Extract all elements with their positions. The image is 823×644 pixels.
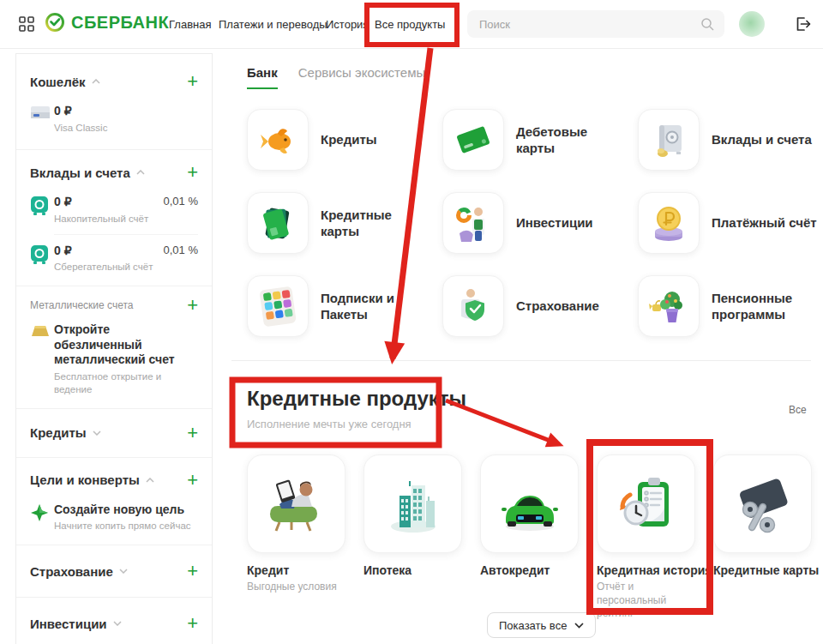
tab-bank[interactable]: Банк <box>247 65 278 89</box>
add-goal-button[interactable]: + <box>187 472 198 489</box>
sidebar-section-goals: Цели и конверты + Создайте новую цель На… <box>16 458 212 545</box>
debit-card-icon <box>453 119 494 160</box>
section-divider <box>231 360 811 361</box>
product-credit-cards[interactable]: Кредитные карты <box>247 192 442 254</box>
card-credit[interactable]: Кредит Выгодные условия <box>247 454 345 621</box>
metal-account-promo[interactable]: Откройте обезличенный металлический счет… <box>30 322 198 395</box>
nav-home[interactable]: Главная <box>169 18 211 31</box>
chevron-up-icon[interactable] <box>136 170 145 175</box>
sidebar-section-deposits: Вклады и счета + 0 ₽ Накопительный счёт … <box>16 150 212 286</box>
building-icon <box>379 470 448 539</box>
product-insurance[interactable]: Страхование <box>442 275 638 337</box>
chevron-down-icon <box>574 623 584 629</box>
product-payment-account[interactable]: Платёжный счёт <box>638 192 823 254</box>
accounts-sidebar: Кошелёк + 0 ₽ Visa Classic Вклады и счет… <box>15 53 213 644</box>
account-balance: 0 ₽ <box>54 195 159 210</box>
section-title: Кошелёк <box>30 75 86 89</box>
chevron-down-icon[interactable] <box>93 430 101 436</box>
section-title: Цели и конверты <box>30 472 140 487</box>
safe-icon <box>30 244 54 268</box>
wallet-card-item[interactable]: 0 ₽ Visa Classic <box>30 104 198 134</box>
account-balance: 0 ₽ <box>54 104 198 119</box>
goal-subtitle: Начните копить прямо сейчас <box>54 520 198 533</box>
goldfish-icon <box>257 119 298 160</box>
safe-icon <box>30 195 54 220</box>
clipboard-clock-icon <box>612 470 681 539</box>
account-name: Накопительный счёт <box>54 213 159 226</box>
see-all-link[interactable]: Все <box>789 404 807 416</box>
search-box <box>467 10 724 38</box>
section-title: Металлические счета <box>30 299 133 311</box>
nav-all-products[interactable]: Все продукты <box>375 18 445 31</box>
person-laptop-icon <box>262 470 331 539</box>
goal-diamond-icon <box>30 503 54 526</box>
sber-check-circle-icon <box>45 12 65 33</box>
deposit-item[interactable]: 0 ₽ Накопительный счёт 0,01 % <box>30 195 198 225</box>
create-goal-item[interactable]: Создайте новую цель Начните копить прямо… <box>30 503 198 533</box>
chevron-up-icon[interactable] <box>146 478 154 483</box>
subscriptions-icon <box>257 286 298 327</box>
card-auto-loan[interactable]: Автокредит <box>480 454 579 621</box>
add-deposit-button[interactable]: + <box>187 164 198 181</box>
add-insurance-button[interactable]: + <box>187 563 198 580</box>
logout-icon[interactable] <box>794 15 811 36</box>
goal-title: Создайте новую цель <box>54 503 198 518</box>
card-credit-cards[interactable]: Кредитные карты <box>713 454 812 621</box>
dark-card-percent-icon <box>729 470 797 539</box>
show-all-button[interactable]: Показать все <box>487 612 596 638</box>
section-title: Кредиты <box>30 425 87 440</box>
section-title: Вклады и счета <box>30 166 130 180</box>
pension-flowers-icon <box>648 286 689 327</box>
product-pension-programs[interactable]: Пенсионные программы <box>638 275 823 337</box>
green-car-icon <box>496 470 564 539</box>
add-credit-button[interactable]: + <box>187 424 198 442</box>
section-title: Инвестиции <box>30 617 107 631</box>
product-debit-cards[interactable]: Дебетовые карты <box>442 109 638 171</box>
search-input[interactable] <box>467 10 724 38</box>
chevron-up-icon[interactable] <box>92 79 100 84</box>
section-heading: Кредитные продукты <box>247 387 466 411</box>
credit-products-header: Кредитные продукты Исполнение мечты уже … <box>247 387 466 430</box>
section-subheading: Исполнение мечты уже сегодня <box>247 418 466 430</box>
product-investments[interactable]: Инвестиции <box>442 192 638 254</box>
sidebar-section-insurance: Страхование + <box>16 545 212 598</box>
sidebar-section-investments: Инвестиции + <box>16 598 212 644</box>
sberbank-logo[interactable]: СБЕРБАНК <box>45 12 169 33</box>
add-metal-account-button[interactable]: + <box>187 297 198 314</box>
chevron-down-icon[interactable] <box>113 621 122 626</box>
promo-subtitle: Бесплатное открытие и ведение <box>54 370 198 396</box>
investments-icon <box>453 202 494 244</box>
product-subscriptions[interactable]: Подписки и Пакеты <box>247 275 442 337</box>
grid-menu-icon[interactable] <box>19 16 34 35</box>
chevron-down-icon[interactable] <box>119 569 128 574</box>
card-credit-history[interactable]: Кредитная история Отчёт и персональный р… <box>597 454 695 621</box>
sidebar-section-metal-accounts: Металлические счета + Откройте обезличен… <box>16 286 212 408</box>
insurance-shield-icon <box>453 286 494 327</box>
card-mortgage[interactable]: Ипотека <box>363 454 462 621</box>
add-investment-button[interactable]: + <box>187 615 198 632</box>
bank-card-icon <box>30 104 54 123</box>
nav-payments[interactable]: Платежи и переводы <box>219 18 327 31</box>
ruble-coin-icon <box>648 202 689 244</box>
brand-name: СБЕРБАНК <box>71 13 169 33</box>
promo-title: Откройте обезличенный металлический счет <box>54 322 198 368</box>
top-header: СБЕРБАНК Главная Платежи и переводы Исто… <box>0 0 823 49</box>
tab-ecosystem-services[interactable]: Сервисы экосистемы <box>298 65 426 89</box>
credit-products-row: Кредит Выгодные условия Ипотека Автокред… <box>247 454 812 621</box>
sidebar-section-credits: Кредиты + <box>16 409 212 458</box>
section-title: Страхование <box>30 564 113 579</box>
item-divider <box>54 234 198 235</box>
search-icon <box>700 17 714 34</box>
product-deposits[interactable]: Вклады и счета <box>638 109 823 171</box>
bank-products-grid: Кредиты Дебетовые карты Вклады и счета <box>247 109 813 337</box>
product-credits[interactable]: Кредиты <box>247 109 442 171</box>
deposit-item[interactable]: 0 ₽ Сберегательный счёт 0,01 % <box>30 244 198 274</box>
credit-cards-icon <box>257 202 298 244</box>
nav-history[interactable]: История <box>326 18 369 31</box>
account-name: Visa Classic <box>54 122 198 135</box>
user-avatar[interactable] <box>739 11 765 37</box>
main-tabs: Банк Сервисы экосистемы <box>247 65 425 89</box>
add-wallet-button[interactable]: + <box>187 73 198 90</box>
account-name: Сберегательный счёт <box>54 261 159 274</box>
gold-ingot-icon <box>30 322 54 342</box>
